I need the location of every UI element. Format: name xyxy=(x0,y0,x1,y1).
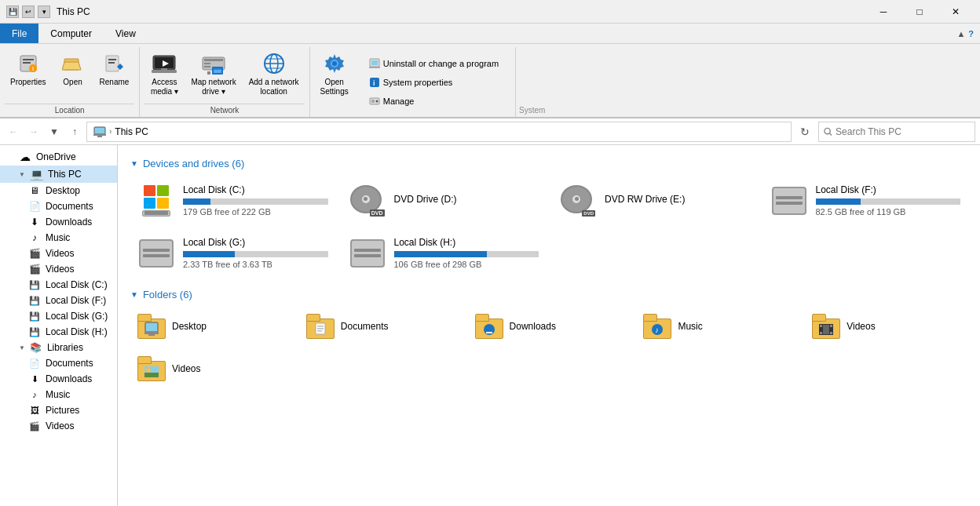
drive-c[interactable]: Local Disk (C:) 179 GB free of 222 GB xyxy=(130,177,335,224)
sidebar-item-local-c[interactable]: 💾 Local Disk (C:) xyxy=(0,277,117,293)
folders-section-header[interactable]: ▼ Folders (6) xyxy=(130,289,967,300)
drive-h-name: Local Disk (H:) xyxy=(394,237,539,248)
close-button[interactable]: ✕ xyxy=(938,0,974,24)
minimize-button[interactable]: ─ xyxy=(865,0,901,24)
sidebar-item-videos1-label: Videos xyxy=(46,248,74,259)
help-icon[interactable]: ? xyxy=(968,29,974,38)
drive-g[interactable]: Local Disk (G:) 2.33 TB free of 3.63 TB xyxy=(130,230,335,276)
refresh-button[interactable]: ↻ xyxy=(795,122,815,142)
sidebar-item-lib-documents-label: Documents xyxy=(46,358,93,369)
drive-h[interactable]: Local Disk (H:) 106 GB free of 298 GB xyxy=(342,230,547,276)
sidebar-item-music-label: Music xyxy=(46,232,70,243)
drive-f-bar-fill xyxy=(816,198,861,205)
sidebar-item-videos2[interactable]: 🎬 Videos xyxy=(0,261,117,277)
sidebar-item-lib-pictures[interactable]: 🖼 Pictures xyxy=(0,402,117,418)
recent-button[interactable]: ▼ xyxy=(46,123,63,140)
quick-access-icon[interactable]: 💾 xyxy=(6,5,19,18)
svg-point-37 xyxy=(375,100,378,102)
tab-file[interactable]: File xyxy=(0,24,38,43)
sidebar-item-local-h[interactable]: 💾 Local Disk (H:) xyxy=(0,324,117,340)
sidebar-item-lib-documents[interactable]: 📄 Documents xyxy=(0,355,117,371)
sidebar-item-videos1[interactable]: 🎬 Videos xyxy=(0,246,117,261)
tab-view[interactable]: View xyxy=(104,24,148,43)
collapse-ribbon-icon[interactable]: ▲ xyxy=(956,29,965,38)
svg-rect-18 xyxy=(207,71,210,75)
svg-rect-32 xyxy=(369,67,380,68)
up-button[interactable]: ↑ xyxy=(66,123,83,140)
devices-chevron-icon: ▼ xyxy=(130,159,138,168)
drive-d[interactable]: DVD DVD Drive (D:) xyxy=(342,177,547,224)
open-icon xyxy=(60,51,86,76)
folder-music[interactable]: ♪ Music xyxy=(636,308,799,344)
sidebar-item-local-g[interactable]: 💾 Local Disk (G:) xyxy=(0,308,117,324)
tab-computer[interactable]: Computer xyxy=(38,24,104,43)
sidebar-item-documents-label: Documents xyxy=(46,201,93,212)
ribbon-group-location: i Properties Open Rename Location xyxy=(0,47,140,117)
sidebar-item-lib-videos[interactable]: 🎬 Videos xyxy=(0,418,117,434)
folder-videos1-name: Videos xyxy=(847,321,875,332)
sidebar-item-lib-music[interactable]: ♪ Music xyxy=(0,387,117,402)
svg-rect-31 xyxy=(371,60,378,65)
folder-documents[interactable]: Documents xyxy=(299,308,462,344)
folder-documents-icon xyxy=(306,314,335,339)
sidebar-item-local-c-label: Local Disk (C:) xyxy=(46,279,108,290)
drive-g-bar-fill xyxy=(183,251,235,257)
sidebar-item-local-f[interactable]: 💾 Local Disk (F:) xyxy=(0,293,117,308)
folder-videos2[interactable]: Videos xyxy=(130,351,293,387)
search-box[interactable] xyxy=(818,122,975,142)
drive-c-space: 179 GB free of 222 GB xyxy=(183,207,328,217)
local-c-icon: 💾 xyxy=(28,280,41,290)
properties-icon: i xyxy=(16,51,41,76)
sidebar-item-onedrive[interactable]: ☁ OneDrive xyxy=(0,148,117,166)
search-input[interactable] xyxy=(836,126,970,137)
drive-e[interactable]: DVD DVD RW Drive (E:) xyxy=(552,177,757,224)
open-settings-button[interactable]: OpenSettings xyxy=(315,47,354,100)
ribbon-group-system: OpenSettings Uninstall or change a progr… xyxy=(310,47,517,117)
devices-section-header[interactable]: ▼ Devices and drives (6) xyxy=(130,158,967,169)
sidebar-item-desktop[interactable]: 🖥 Desktop xyxy=(0,183,117,198)
access-media-button[interactable]: Accessmedia ▾ xyxy=(144,47,184,100)
customize-icon[interactable]: ▾ xyxy=(38,5,50,18)
uninstall-button[interactable]: Uninstall or change a program xyxy=(364,55,504,72)
system-properties-button[interactable]: i System properties xyxy=(364,74,504,91)
folder-desktop[interactable]: Desktop xyxy=(130,308,293,344)
sidebar-item-videos2-label: Videos xyxy=(46,264,74,275)
sidebar-item-lib-downloads[interactable]: ⬇ Downloads xyxy=(0,371,117,387)
open-label: Open xyxy=(63,78,82,87)
address-path[interactable]: › This PC xyxy=(86,122,792,142)
properties-label: Properties xyxy=(10,78,46,87)
sidebar-item-downloads[interactable]: ⬇ Downloads xyxy=(0,214,117,230)
search-icon xyxy=(824,127,832,137)
forward-button[interactable]: → xyxy=(25,123,42,140)
ribbon-system-small-buttons: Uninstall or change a program i System p… xyxy=(357,47,510,117)
rename-label: Rename xyxy=(100,78,130,87)
sidebar-item-lib-pictures-label: Pictures xyxy=(46,405,79,416)
lib-music-icon: ♪ xyxy=(28,390,41,399)
manage-label: Manage xyxy=(383,96,415,106)
svg-rect-16 xyxy=(204,63,210,64)
maximize-button[interactable]: □ xyxy=(901,0,938,24)
back-button[interactable]: ← xyxy=(5,123,22,140)
drive-f-info: Local Disk (F:) 82.5 GB free of 119 GB xyxy=(816,184,961,217)
drive-h-bar-bg xyxy=(394,251,539,257)
drive-g-bar-bg xyxy=(183,251,328,257)
sidebar-item-documents[interactable]: 📄 Documents xyxy=(0,198,117,214)
drive-f[interactable]: Local Disk (F:) 82.5 GB free of 119 GB xyxy=(763,177,968,224)
map-network-drive-button[interactable]: Map networkdrive ▾ xyxy=(185,47,241,100)
open-button[interactable]: Open xyxy=(53,47,93,91)
manage-button[interactable]: Manage xyxy=(364,93,504,110)
uninstall-label: Uninstall or change a program xyxy=(383,59,499,68)
folder-videos1[interactable]: Videos xyxy=(805,308,967,344)
sidebar-item-libraries[interactable]: ▼ 📚 Libraries xyxy=(0,340,117,355)
add-network-location-button[interactable]: Add a networklocation xyxy=(243,47,305,100)
undo-icon[interactable]: ↩ xyxy=(22,5,35,18)
lib-pictures-icon: 🖼 xyxy=(28,406,41,415)
sidebar-item-this-pc[interactable]: ▼ 💻 This PC xyxy=(0,166,117,183)
drive-c-bar-fill xyxy=(183,198,210,205)
folder-downloads[interactable]: Downloads xyxy=(468,308,631,344)
rename-button[interactable]: Rename xyxy=(94,47,135,91)
drive-e-name: DVD RW Drive (E:) xyxy=(605,194,750,205)
sidebar-item-music[interactable]: ♪ Music xyxy=(0,230,117,246)
properties-button[interactable]: i Properties xyxy=(5,47,52,91)
svg-rect-47 xyxy=(317,326,324,327)
